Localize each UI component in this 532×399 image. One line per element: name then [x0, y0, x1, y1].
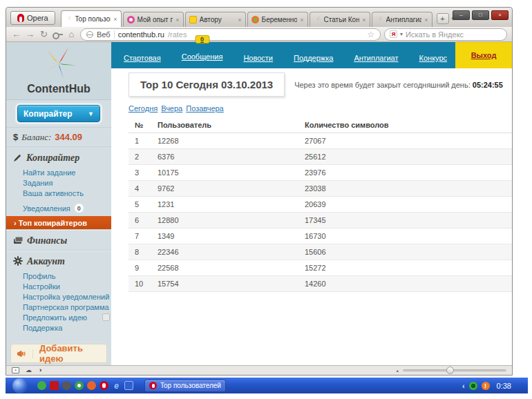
messages-count-badge[interactable]: 0: [195, 35, 209, 43]
quicklaunch-green-icon[interactable]: [37, 381, 46, 390]
day-link-yesterday[interactable]: Вчера: [161, 104, 182, 113]
tab-moi-opyt[interactable]: Мой опыт подр... ×: [123, 12, 184, 27]
logout-button[interactable]: Выход: [455, 42, 512, 68]
sidebar-item-support[interactable]: Поддержка: [23, 324, 111, 332]
role-dropdown[interactable]: Копирайтер ▼: [17, 105, 100, 122]
contenthub-star-icon: [39, 47, 79, 81]
logo-block[interactable]: ContentHub: [6, 42, 111, 100]
close-button[interactable]: ×: [491, 10, 509, 20]
web-globe-icon: [86, 31, 93, 38]
new-tab-button[interactable]: +: [437, 13, 449, 24]
balance-value: 344.09: [55, 132, 82, 142]
balance-block: $ Баланс: 344.09: [6, 128, 111, 147]
tab-close-icon[interactable]: ×: [175, 17, 179, 23]
minimize-button[interactable]: –: [453, 10, 470, 20]
url-field[interactable]: Веб contenthub.ru /rates ☆: [80, 28, 381, 41]
web-badge: Веб: [97, 30, 111, 39]
tab-close-icon[interactable]: ×: [300, 17, 303, 23]
sidebar-item-notification-settings[interactable]: Настройка уведомлений: [23, 293, 111, 301]
tab-antiplagiat[interactable]: Антиплагиат К... ×: [372, 12, 433, 27]
active-arrow-icon: ›: [14, 219, 17, 227]
zoom-slider-knob[interactable]: [446, 367, 454, 374]
nav-item-messages[interactable]: Сообщения: [182, 52, 223, 61]
search-field[interactable]: Я ▾: [384, 28, 507, 41]
logo-text: ContentHub: [27, 83, 91, 95]
nav-item-support[interactable]: Поддержка: [294, 54, 333, 62]
firefox-icon[interactable]: [87, 381, 96, 390]
panels-toggle-icon[interactable]: ▪: [12, 367, 19, 373]
tab-close-icon[interactable]: ×: [113, 16, 117, 23]
col-user: Пользователь: [158, 121, 305, 129]
sidebar-item-find-task[interactable]: Найти задание: [23, 168, 111, 177]
top-nav: Стартовая 0 Сообщения Новости Поддержка …: [111, 42, 512, 68]
zoom-slider[interactable]: [403, 369, 506, 371]
unite-cloud-icon[interactable]: ☁: [26, 367, 32, 373]
messenger-icon[interactable]: [124, 381, 133, 390]
taskbar: e Top пользователей ... ‹ ! 0:38: [6, 378, 528, 393]
table-row: 2637625612: [129, 149, 512, 165]
gear-icon: [13, 256, 23, 267]
tray-green-icon[interactable]: [469, 382, 477, 390]
nav-item-antiplagiarism[interactable]: Антиплагиат: [354, 54, 398, 62]
tab-avtoru[interactable]: Автору ×: [185, 12, 246, 27]
tab-top-users[interactable]: Top пользоват... ×: [61, 10, 122, 27]
zoom-fit-icon[interactable]: ▴: [396, 368, 399, 373]
maximize-button[interactable]: □: [472, 10, 489, 20]
account-links: Профиль Настройки Настройка уведомлений …: [6, 271, 111, 336]
day-link-today[interactable]: Сегодня: [129, 104, 158, 113]
quicklaunch-gray-icon[interactable]: [62, 381, 71, 390]
opera-menu-button[interactable]: Opera: [10, 11, 55, 25]
table-row: 92256815272: [129, 260, 512, 276]
sidebar-item-partner-program[interactable]: Партнерская программа: [23, 303, 111, 311]
sidebar-item-activity[interactable]: Ваша активность: [23, 189, 111, 197]
sidebar-item-tasks[interactable]: Задания: [23, 179, 111, 187]
tray-alert-icon[interactable]: !: [482, 382, 490, 390]
tab-stati-contenthub[interactable]: Статьи Контен... ×: [310, 12, 370, 27]
nav-item-start[interactable]: Стартовая: [124, 54, 161, 62]
table-body: 11226827067 2637625612 31017523976 49762…: [129, 133, 512, 292]
sidebar-item-settings[interactable]: Настройки: [23, 282, 111, 291]
table-row: 7134916730: [129, 228, 512, 244]
search-input[interactable]: [406, 30, 502, 39]
day-link-day-before[interactable]: Позавчера: [186, 104, 224, 113]
internet-explorer-icon[interactable]: e: [112, 381, 121, 390]
sidebar-item-suggest-idea[interactable]: Предложить идею: [23, 313, 111, 322]
turbo-icon[interactable]: ◑: [38, 367, 41, 373]
contenthub-favicon-icon: [65, 15, 73, 23]
bookmark-star-icon[interactable]: ☆: [367, 30, 374, 39]
home-icon[interactable]: ⌂: [66, 30, 77, 39]
nav-item-contest[interactable]: Конкурс: [419, 54, 448, 62]
search-engine-dropdown-icon[interactable]: ▾: [400, 31, 403, 37]
megaphone-icon: [11, 349, 33, 358]
tab-close-icon[interactable]: ×: [238, 17, 241, 23]
adobe-reader-icon[interactable]: [50, 381, 59, 390]
sidebar-item-top-copywriters[interactable]: › Топ копирайтеров: [6, 216, 111, 229]
countdown: Через это время будет закрыт сегодняшний…: [294, 81, 503, 89]
nav-item-news[interactable]: Новости: [243, 54, 273, 62]
disc-icon[interactable]: [75, 381, 84, 390]
contenthub-favicon-icon: [376, 16, 383, 23]
back-icon[interactable]: ←: [11, 30, 21, 39]
table-row: 4976223038: [129, 181, 512, 197]
tab-close-icon[interactable]: ×: [362, 17, 365, 23]
reload-icon[interactable]: ↻: [39, 30, 49, 39]
col-number: №: [129, 121, 158, 129]
day-links: Сегодня Вчера Позавчера: [129, 104, 512, 113]
tab-bar: Opera Top пользоват... × Мой опыт подр..…: [6, 8, 512, 27]
tray-expand-icon[interactable]: ‹: [462, 382, 465, 390]
site-favicon-icon: [189, 16, 197, 23]
sidebar-item-notifications[interactable]: Уведомления 0: [6, 202, 111, 216]
add-idea-button[interactable]: Добавить идею: [10, 344, 107, 363]
taskbar-window-button[interactable]: Top пользователей ...: [144, 380, 226, 392]
tab-label: Антиплагиат К...: [386, 16, 422, 23]
forward-icon[interactable]: →: [25, 30, 35, 39]
wand-key-icon[interactable]: [53, 31, 63, 38]
opera-icon[interactable]: [99, 381, 108, 390]
table-header: № Пользователь Количество символов: [129, 117, 512, 133]
scroll-widget[interactable]: [102, 313, 110, 321]
role-dropdown-label: Копирайтер: [23, 109, 73, 119]
start-button[interactable]: [12, 378, 28, 393]
sidebar-item-profile[interactable]: Профиль: [23, 272, 111, 280]
tab-beremennost[interactable]: Беременность ... ×: [247, 12, 308, 27]
tab-close-icon[interactable]: ×: [424, 17, 428, 23]
